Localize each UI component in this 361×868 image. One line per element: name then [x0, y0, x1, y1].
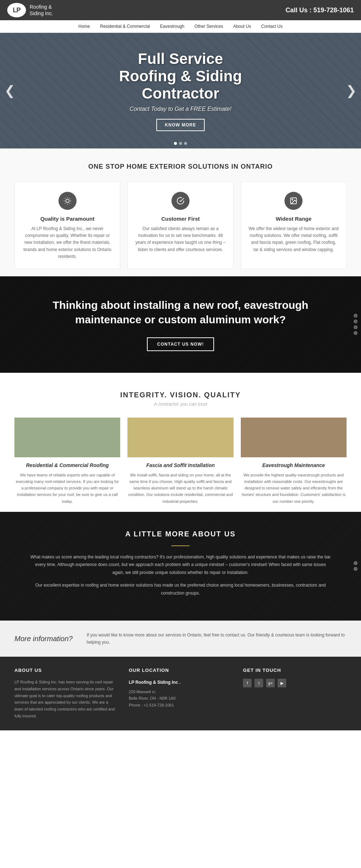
service-fascia-desc: We install soffit, fascia and siding on … — [127, 472, 233, 505]
twitter-icon[interactable]: t — [255, 679, 263, 687]
nav-contact[interactable]: Contact Us — [256, 20, 287, 33]
nav-about[interactable]: About Us — [228, 20, 256, 33]
footer-company-name: LP Roofing & Siding Inc . — [129, 679, 232, 686]
side-dot-2 — [354, 320, 357, 323]
service-eavestrough-desc: We provide the highest quality eavestrou… — [241, 472, 347, 505]
footer-about-heading: ABOUT US — [14, 668, 118, 673]
about-divider — [171, 545, 190, 546]
service-roofing-desc: We have teams of reliable experts who ar… — [14, 472, 120, 505]
hero-section: ❮ Full Service Roofing & Siding Contract… — [0, 33, 361, 148]
feature-quality: Quality is Paramount At LP Roofing & Sid… — [14, 181, 120, 269]
hero-dot-1[interactable] — [174, 142, 177, 145]
header-phone: Call Us : 519-728-1061 — [286, 7, 354, 14]
contact-now-button[interactable]: CONTACT US NOW! — [147, 337, 214, 351]
services-grid: Residential & Commercial Roofing We have… — [14, 418, 347, 505]
hero-dot-3[interactable] — [184, 142, 187, 145]
cta-dark-heading: Thinking about installing a new roof, ea… — [29, 298, 332, 327]
service-eavestrough-title: Eavestrough Maintenance — [241, 462, 347, 468]
nav-eavestrough[interactable]: Eavestrough — [155, 20, 189, 33]
googleplus-icon[interactable]: g+ — [266, 679, 275, 687]
one-stop-heading: ONE STOP HOME EXTERIOR SOLUTIONS IN ONTA… — [14, 163, 347, 170]
know-more-button[interactable]: KNOW MORE — [156, 119, 205, 131]
footer: ABOUT US LP Roofing & Siding Inc. has be… — [0, 657, 361, 730]
side-dot-3 — [354, 325, 357, 329]
footer-location-heading: OUR LOCATION — [129, 668, 232, 673]
integrity-heading: INTEGRITY. VISION. QUALITY — [14, 391, 347, 399]
social-icons: f t g+ ▶ — [243, 679, 347, 687]
logo: LP — [7, 3, 26, 17]
side-dot-1 — [354, 314, 357, 318]
hero-heading: Full Service Roofing & Siding Contractor — [119, 50, 242, 103]
about-dark-section: A LITTLE MORE ABOUT US What makes us sco… — [0, 512, 361, 621]
footer-about-col: ABOUT US LP Roofing & Siding Inc. has be… — [14, 668, 118, 719]
quality-title: Quality is Paramount — [22, 216, 113, 222]
about-dark-heading: A LITTLE MORE ABOUT US — [29, 530, 332, 538]
integrity-subtitle: A contractor you can trust — [14, 401, 347, 407]
range-title: Widest Range — [248, 216, 339, 222]
integrity-section: INTEGRITY. VISION. QUALITY A contractor … — [0, 373, 361, 512]
quality-desc: At LP Roofing & Siding Inc., we never co… — [22, 225, 113, 260]
company-name: Roofing & Siding Inc. — [30, 4, 53, 17]
footer-phone: Phone : +1 519-728-1061 — [129, 702, 232, 709]
hero-dots — [174, 142, 187, 145]
range-icon — [284, 192, 303, 210]
hero-prev-arrow[interactable]: ❮ — [4, 83, 15, 98]
feature-range: Widest Range We offer the widest range o… — [241, 181, 347, 269]
youtube-icon[interactable]: ▶ — [278, 679, 286, 687]
footer-address2: Belle River, ON - N0R 1A0 — [129, 695, 232, 702]
hero-dot-2[interactable] — [179, 142, 182, 145]
more-info-section: More information? If you would like to k… — [0, 621, 361, 657]
range-desc: We offer the widest range of home exteri… — [248, 225, 339, 253]
svg-line-3 — [65, 198, 65, 199]
service-eavestrough: Eavestrough Maintenance We provide the h… — [241, 418, 347, 505]
footer-about-text: LP Roofing & Siding Inc. has been servin… — [14, 679, 118, 719]
svg-line-7 — [65, 203, 65, 203]
about-side-dot-2 — [354, 567, 357, 571]
about-side-dot-1 — [354, 561, 357, 565]
svg-line-4 — [69, 203, 70, 203]
svg-point-0 — [66, 199, 69, 202]
more-info-label: More information? — [14, 635, 72, 643]
logo-area: LP Roofing & Siding Inc. — [7, 3, 53, 17]
nav-residential[interactable]: Residential & Commercial — [95, 20, 155, 33]
service-fascia: Fascia and Soffit Installation We instal… — [127, 418, 233, 505]
service-fascia-title: Fascia and Soffit Installation — [127, 462, 233, 468]
service-fascia-image — [127, 418, 233, 457]
quality-icon — [58, 192, 77, 210]
service-eavestrough-image — [241, 418, 347, 457]
feature-customer: Customer First Our satisfied clients alw… — [127, 181, 233, 269]
cta-side-dots — [354, 314, 357, 335]
more-info-text: If you would like to know more about our… — [87, 631, 347, 646]
service-roofing: Residential & Commercial Roofing We have… — [14, 418, 120, 505]
nav-other-services[interactable]: Other Services — [190, 20, 228, 33]
footer-social-heading: GET IN TOUCH — [243, 668, 347, 673]
main-nav: Home Residential & Commercial Eavestroug… — [0, 20, 361, 33]
about-side-dots — [354, 561, 357, 571]
svg-point-10 — [292, 199, 293, 200]
about-para2: Our excellent expertise in roofing and h… — [29, 582, 332, 597]
service-roofing-title: Residential & Commercial Roofing — [14, 462, 120, 468]
svg-line-8 — [69, 198, 70, 199]
side-dot-4 — [354, 331, 357, 335]
cta-dark-section: Thinking about installing a new roof, ea… — [0, 276, 361, 373]
customer-desc: Our satisfied clients always remain as a… — [135, 225, 226, 253]
footer-grid: ABOUT US LP Roofing & Siding Inc. has be… — [14, 668, 347, 719]
customer-icon — [171, 192, 190, 210]
nav-home[interactable]: Home — [73, 20, 95, 33]
features-grid: Quality is Paramount At LP Roofing & Sid… — [14, 181, 347, 269]
footer-location-col: OUR LOCATION LP Roofing & Siding Inc . 2… — [129, 668, 232, 719]
footer-address1: 220 Maxwell cr, — [129, 688, 232, 695]
one-stop-section: ONE STOP HOME EXTERIOR SOLUTIONS IN ONTA… — [0, 148, 361, 276]
footer-social-col: GET IN TOUCH f t g+ ▶ — [243, 668, 347, 719]
hero-next-arrow[interactable]: ❯ — [346, 83, 357, 98]
hero-content: Full Service Roofing & Siding Contractor… — [119, 50, 242, 131]
facebook-icon[interactable]: f — [243, 679, 252, 687]
service-roofing-image — [14, 418, 120, 457]
customer-title: Customer First — [135, 216, 226, 222]
about-para1: What makes us score among the leading lo… — [29, 553, 332, 577]
hero-subtext: Contact Today to Get a FREE Estimate! — [119, 106, 242, 112]
header: LP Roofing & Siding Inc. Call Us : 519-7… — [0, 0, 361, 20]
